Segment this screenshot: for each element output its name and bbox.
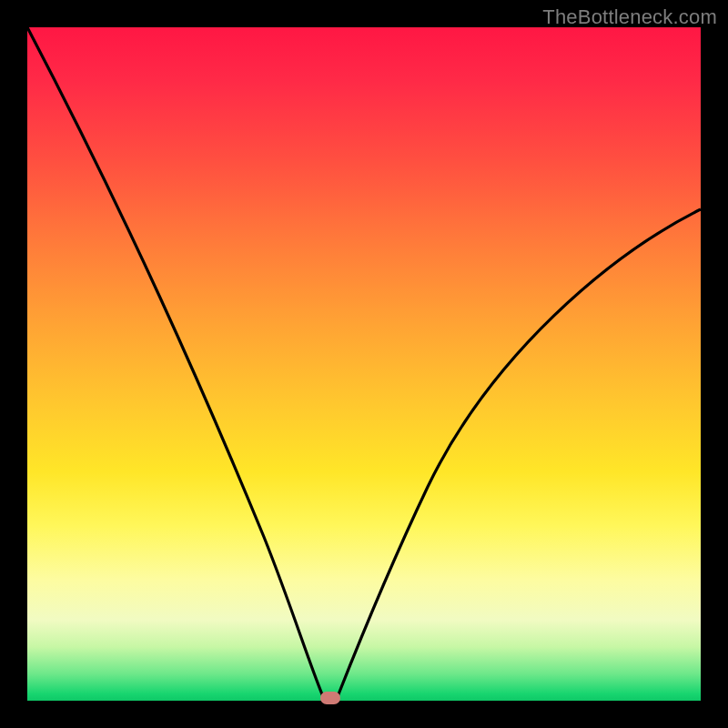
optimum-marker [320,692,340,704]
plot-area [27,27,701,701]
chart-frame: TheBottleneck.com [0,0,728,728]
curve-svg [27,27,701,701]
bottleneck-curve-path [27,27,701,699]
watermark-text: TheBottleneck.com [542,5,717,29]
